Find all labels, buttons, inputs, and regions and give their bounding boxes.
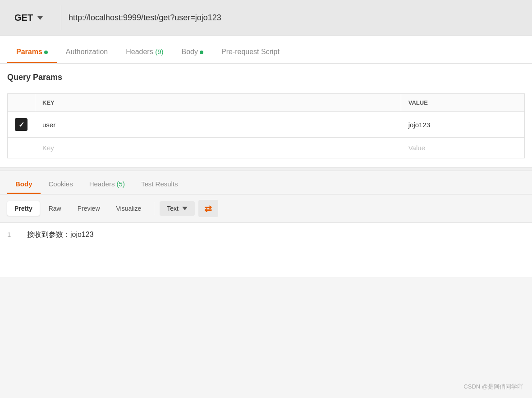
wrap-icon: ⇄ xyxy=(204,203,212,214)
table-row: Key Value xyxy=(8,138,525,158)
row1-value[interactable]: jojo123 xyxy=(401,112,524,138)
key-header: KEY xyxy=(35,94,401,112)
row2-checkbox-cell[interactable] xyxy=(8,138,35,158)
method-selector[interactable]: GET xyxy=(7,5,61,30)
method-label: GET xyxy=(14,13,33,23)
line-number-1: 1 xyxy=(7,231,16,238)
row1-checkbox-cell[interactable]: ✓ xyxy=(8,112,35,138)
response-tab-cookies[interactable]: Cookies xyxy=(41,174,81,194)
row2-key[interactable]: Key xyxy=(35,138,401,158)
response-line-1: 1 接收到参数：jojo123 xyxy=(7,230,525,240)
text-type-select[interactable]: Text xyxy=(160,201,195,216)
row1-key[interactable]: user xyxy=(35,112,401,138)
tab-headers[interactable]: Headers (9) xyxy=(117,41,172,63)
table-row: ✓ user jojo123 xyxy=(8,112,525,138)
headers-badge: (9) xyxy=(155,48,163,56)
chevron-down-icon xyxy=(37,16,43,20)
watermark: CSDN @是阿俏同学吖 xyxy=(463,383,523,391)
query-params-section: Query Params KEY VALUE ✓ user jojo123 xyxy=(0,64,532,167)
response-headers-badge: (5) xyxy=(117,180,125,188)
body-dot xyxy=(200,51,203,54)
format-preview-btn[interactable]: Preview xyxy=(70,201,107,216)
params-table-header: KEY VALUE xyxy=(8,94,525,112)
key-placeholder: Key xyxy=(42,144,54,152)
tab-prerequest[interactable]: Pre-request Script xyxy=(212,41,289,63)
url-input[interactable] xyxy=(61,9,525,26)
wrap-button[interactable]: ⇄ xyxy=(198,200,218,217)
request-tabs: Params Authorization Headers (9) Body Pr… xyxy=(7,36,525,63)
response-body: 1 接收到参数：jojo123 xyxy=(0,223,532,277)
value-header: VALUE xyxy=(401,94,524,112)
checkbox-checked-icon: ✓ xyxy=(15,118,28,131)
format-visualize-btn[interactable]: Visualize xyxy=(109,201,149,216)
response-section: Body Cookies Headers (5) Test Results Pr… xyxy=(0,171,532,277)
tab-body[interactable]: Body xyxy=(173,41,212,63)
row2-value[interactable]: Value xyxy=(401,138,524,158)
url-bar: GET xyxy=(0,0,532,36)
params-dot xyxy=(44,51,48,54)
value-placeholder: Value xyxy=(408,144,425,152)
response-tab-test-results[interactable]: Test Results xyxy=(133,174,186,194)
text-type-value: Text xyxy=(167,205,179,212)
tab-params[interactable]: Params xyxy=(7,41,57,63)
format-pretty-btn[interactable]: Pretty xyxy=(7,201,40,216)
section-divider xyxy=(0,167,532,171)
params-table: KEY VALUE ✓ user jojo123 Key Value xyxy=(7,93,525,158)
response-tab-headers[interactable]: Headers (5) xyxy=(81,174,133,194)
request-tabs-container: Params Authorization Headers (9) Body Pr… xyxy=(0,36,532,64)
format-raw-btn[interactable]: Raw xyxy=(41,201,69,216)
text-select-chevron xyxy=(182,207,188,210)
checkbox-header xyxy=(8,94,35,112)
response-tab-body[interactable]: Body xyxy=(7,174,41,194)
line-content-1: 接收到参数：jojo123 xyxy=(27,230,94,240)
tab-authorization[interactable]: Authorization xyxy=(57,41,117,63)
response-tabs: Body Cookies Headers (5) Test Results xyxy=(0,171,532,194)
toolbar-divider xyxy=(154,202,154,215)
response-toolbar: Pretty Raw Preview Visualize Text ⇄ xyxy=(0,194,532,223)
query-params-title: Query Params xyxy=(7,73,525,86)
